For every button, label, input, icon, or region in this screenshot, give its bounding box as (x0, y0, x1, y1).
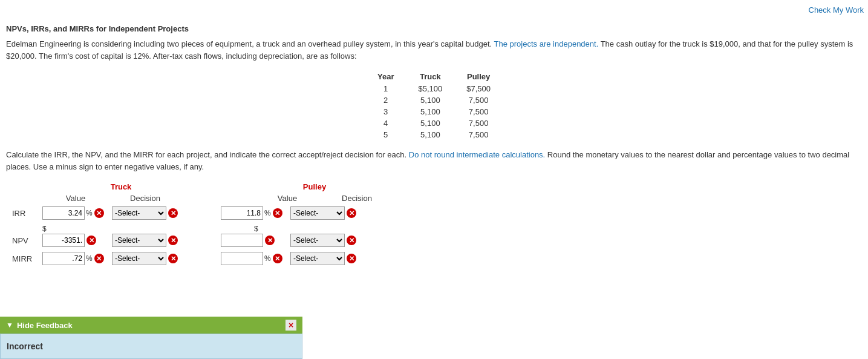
pulley-npv-select[interactable]: -Select- Accept Reject (290, 234, 345, 247)
pulley-npv-input-group: ✕ (221, 234, 287, 247)
irr-row: IRR % ✕ -Select- Accept Reject ✕ % (12, 206, 862, 220)
truck-irr-input[interactable] (42, 206, 85, 220)
truck-mirr-decision-error-icon[interactable]: ✕ (168, 254, 178, 263)
feedback-header-label: Hide Feedback (17, 321, 73, 330)
pulley-irr-select[interactable]: -Select- Accept Reject (290, 206, 345, 220)
truck-mirr-error-icon[interactable]: ✕ (94, 254, 104, 263)
cash-flow-table-area: Year Truck Pulley 1 $5,100 $7,500 2 5,10… (6, 70, 862, 140)
pulley-decision-label: Decision (321, 194, 393, 203)
pulley-5: 7,500 (454, 129, 503, 140)
pulley-irr-input[interactable] (221, 206, 263, 220)
truck-mirr-select[interactable]: -Select- Accept Reject (112, 252, 166, 265)
pulley-mirr-decision-error-icon[interactable]: ✕ (347, 254, 356, 263)
truck-irr-decision-error-icon[interactable]: ✕ (168, 208, 178, 218)
truck-irr-select[interactable]: -Select- Accept Reject (112, 206, 166, 220)
truck-mirr-unit: % (86, 254, 93, 263)
pulley-mirr-decision-group: -Select- Accept Reject ✕ (290, 252, 363, 265)
inst-highlight: Do not round intermediate calculations. (406, 150, 545, 159)
truck-npv-decision-group: -Select- Accept Reject ✕ (112, 234, 184, 247)
feedback-close-button[interactable]: × (286, 320, 296, 331)
pulley-irr-unit: % (264, 209, 271, 217)
table-row: 2 5,100 7,500 (365, 94, 503, 106)
table-row: 4 5,100 7,500 (365, 117, 503, 129)
pulley-npv-input[interactable] (221, 234, 263, 247)
pulley-irr-error-icon[interactable]: ✕ (273, 208, 282, 218)
feedback-arrow-icon: ▼ (6, 321, 13, 329)
feedback-incorrect-text: Incorrect (7, 341, 43, 351)
truck-2: 5,100 (406, 94, 454, 106)
truck-irr-decision-group: -Select- Accept Reject ✕ (112, 206, 184, 220)
table-row: 1 $5,100 $7,500 (365, 83, 503, 94)
calc-section: Truck Pulley Value Decision Value Decisi… (12, 182, 862, 265)
instructions-text: Calculate the IRR, the NPV, and the MIRR… (6, 149, 862, 173)
pulley-npv-dollar-sign: $ (254, 225, 260, 233)
truck-irr-unit: % (86, 209, 93, 217)
truck-npv-dollar-sign: $ (42, 225, 48, 233)
truck-mirr-input-group: % ✕ (42, 252, 109, 265)
year-4: 4 (365, 117, 406, 129)
truck-decision-label: Decision (109, 194, 181, 203)
truck-3: 5,100 (406, 106, 454, 117)
truck-npv-decision-error-icon[interactable]: ✕ (168, 235, 178, 245)
year-2: 2 (365, 94, 406, 106)
pulley-npv-decision-error-icon[interactable]: ✕ (347, 235, 356, 245)
pulley-4: 7,500 (454, 117, 503, 129)
truck-irr-input-group: % ✕ (42, 206, 109, 220)
calc-headers: Truck Pulley (12, 182, 862, 191)
desc-highlight: The projects are independent. (492, 39, 598, 48)
pulley-irr-decision-error-icon[interactable]: ✕ (347, 208, 356, 218)
section-title: NPVs, IRRs, and MIRRs for Independent Pr… (6, 24, 862, 33)
truck-mirr-input[interactable] (42, 252, 85, 265)
sub-headers: Value Decision Value Decision (12, 194, 862, 203)
truck-4: 5,100 (406, 117, 454, 129)
truck-mirr-decision-group: -Select- Accept Reject ✕ (112, 252, 184, 265)
truck-npv-input-group: ✕ (42, 234, 109, 247)
pulley-2: 7,500 (454, 94, 503, 106)
pulley-npv-error-icon[interactable]: ✕ (265, 235, 275, 245)
pulley-irr-decision-group: -Select- Accept Reject ✕ (290, 206, 363, 220)
pulley-3: 7,500 (454, 106, 503, 117)
inst-part1: Calculate the IRR, the NPV, and the MIRR… (6, 150, 406, 159)
col-header-year: Year (365, 70, 406, 83)
year-5: 5 (365, 129, 406, 140)
truck-npv-input[interactable] (42, 234, 85, 247)
cash-flow-table: Year Truck Pulley 1 $5,100 $7,500 2 5,10… (365, 70, 503, 140)
pulley-npv-decision-group: -Select- Accept Reject ✕ (290, 234, 363, 247)
truck-5: 5,100 (406, 129, 454, 140)
feedback-panel: ▼ Hide Feedback × Incorrect (0, 317, 302, 359)
pulley-mirr-unit: % (264, 254, 271, 263)
truck-npv-select[interactable]: -Select- Accept Reject (112, 234, 166, 247)
description-text: Edelman Engineering is considering inclu… (6, 38, 862, 62)
year-1: 1 (365, 83, 406, 94)
mirr-label: MIRR (12, 254, 42, 263)
feedback-header: ▼ Hide Feedback × (0, 317, 302, 334)
table-row: 3 5,100 7,500 (365, 106, 503, 117)
feedback-body: Incorrect (0, 334, 302, 359)
pulley-mirr-select[interactable]: -Select- Accept Reject (290, 252, 345, 265)
truck-irr-error-icon[interactable]: ✕ (94, 208, 104, 218)
col-header-pulley: Pulley (454, 70, 503, 83)
pulley-irr-input-group: % ✕ (221, 206, 287, 220)
truck-1: $5,100 (406, 83, 454, 94)
pulley-section-header: Pulley (236, 182, 393, 191)
mirr-row: MIRR % ✕ -Select- Accept Reject ✕ % (12, 252, 862, 265)
pulley-mirr-error-icon[interactable]: ✕ (273, 254, 282, 263)
truck-npv-error-icon[interactable]: ✕ (86, 235, 96, 245)
irr-label: IRR (12, 209, 42, 218)
pulley-mirr-input-group: % ✕ (221, 252, 287, 265)
table-row: 5 5,100 7,500 (365, 129, 503, 140)
truck-section-header: Truck (42, 182, 200, 191)
pulley-value-label: Value (254, 194, 321, 203)
check-my-work-link[interactable]: Check My Work (809, 5, 864, 15)
pulley-mirr-input[interactable] (221, 252, 263, 265)
pulley-1: $7,500 (454, 83, 503, 94)
npv-label: NPV (12, 236, 42, 245)
truck-value-label: Value (42, 194, 109, 203)
npv-row: NPV ✕ -Select- Accept Reject ✕ (12, 234, 862, 247)
year-3: 3 (365, 106, 406, 117)
desc-part1: Edelman Engineering is considering inclu… (6, 39, 492, 48)
col-header-truck: Truck (406, 70, 454, 83)
